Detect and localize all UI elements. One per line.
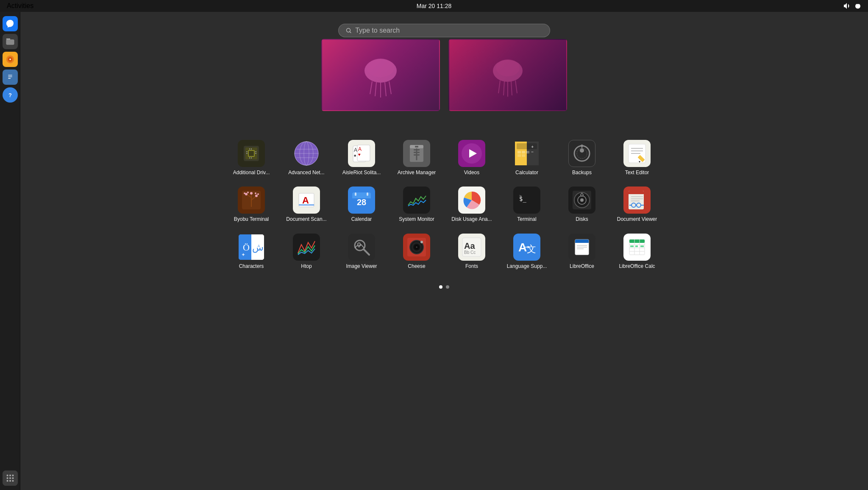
svg-point-107: [247, 192, 249, 193]
pagination-dot-1[interactable]: [439, 285, 442, 289]
svg-rect-0: [6, 39, 10, 40]
svg-point-93: [581, 145, 583, 147]
app-calculator[interactable]: + − Calculator: [504, 136, 550, 179]
svg-rect-86: [522, 151, 525, 153]
svg-rect-114: [299, 204, 314, 206]
app-libreoffice[interactable]: LibreOffice: [559, 230, 605, 273]
app-calendar[interactable]: 28 Calendar: [338, 183, 385, 226]
svg-rect-88: [517, 154, 521, 157]
svg-point-36: [496, 59, 520, 76]
window-previews: [321, 39, 567, 111]
searchbar[interactable]: [338, 24, 550, 37]
app-label-characters: Characters: [239, 263, 264, 269]
svg-rect-22: [12, 477, 14, 479]
svg-text:文: 文: [527, 244, 536, 254]
svg-point-29: [367, 58, 394, 77]
app-disks[interactable]: Disks: [559, 183, 605, 226]
svg-line-34: [389, 81, 391, 94]
svg-rect-119: [355, 192, 356, 196]
svg-rect-24: [9, 480, 11, 482]
svg-rect-89: [522, 154, 525, 157]
app-aisleriot[interactable]: A ♠ A ♥ AisleRiot Solita...: [338, 136, 385, 179]
svg-text:♥: ♥: [358, 152, 361, 157]
app-image-viewer[interactable]: Image Viewer: [338, 230, 385, 273]
app-label-advanced-net: Advanced Net...: [288, 170, 324, 175]
window-preview-1[interactable]: [321, 39, 440, 111]
app-doc-viewer[interactable]: Document Viewer: [614, 183, 660, 226]
search-input[interactable]: [355, 27, 543, 34]
svg-rect-75: [417, 152, 420, 153]
svg-rect-82: [517, 143, 537, 149]
app-byobu[interactable]: Byobu Terminal: [228, 183, 275, 226]
app-disk-usage[interactable]: Disk Usage Ana...: [448, 183, 495, 226]
app-videos[interactable]: Videos: [448, 136, 495, 179]
app-doc-scanner[interactable]: A Document Scan...: [283, 183, 330, 226]
svg-rect-49: [255, 153, 256, 154]
svg-rect-46: [246, 151, 248, 152]
app-label-byobu: Byobu Terminal: [234, 216, 269, 222]
svg-rect-184: [635, 245, 638, 247]
svg-rect-76: [414, 154, 416, 156]
app-label-disk-usage: Disk Usage Ana...: [451, 216, 492, 222]
svg-text:Bb Cc: Bb Cc: [464, 250, 476, 255]
app-label-calculator: Calculator: [515, 170, 538, 175]
app-label-doc-scanner: Document Scan...: [286, 216, 326, 222]
svg-line-33: [385, 82, 386, 96]
svg-rect-45: [249, 151, 254, 156]
app-characters[interactable]: Ö ش ✦ Characters: [228, 230, 275, 273]
svg-text:−: −: [531, 150, 534, 154]
svg-text:A: A: [358, 146, 362, 152]
svg-line-41: [515, 81, 517, 93]
dock-rhythmbox[interactable]: [3, 52, 18, 67]
app-lang-support[interactable]: A 文 Language Supp...: [504, 230, 550, 273]
pagination-dot-2[interactable]: [446, 285, 449, 289]
app-libreoffice-calc[interactable]: LibreOffice Calc: [614, 230, 660, 273]
svg-line-27: [350, 32, 351, 33]
app-additional-drivers[interactable]: Additional Driv...: [228, 136, 275, 179]
svg-text:✦: ✦: [241, 252, 245, 258]
dock: ?: [0, 12, 20, 490]
power-icon[interactable]: [854, 3, 861, 9]
app-terminal[interactable]: $_ > Terminal: [504, 183, 550, 226]
svg-rect-70: [415, 146, 418, 148]
svg-rect-19: [12, 475, 14, 476]
activities-button[interactable]: Activities: [7, 2, 33, 10]
dock-writer[interactable]: [3, 70, 18, 85]
app-backups[interactable]: Backups: [559, 136, 605, 179]
svg-point-158: [420, 241, 423, 243]
app-htop[interactable]: Htop: [283, 230, 330, 273]
speaker-icon[interactable]: [843, 3, 850, 9]
svg-text:A: A: [354, 147, 357, 153]
pagination-dots: [439, 285, 449, 289]
svg-line-30: [370, 81, 372, 94]
svg-rect-185: [640, 245, 644, 247]
svg-rect-134: [629, 193, 644, 194]
app-archive-manager[interactable]: Archive Manager: [393, 136, 440, 179]
app-text-editor[interactable]: Text Editor: [614, 136, 660, 179]
window-preview-2[interactable]: [448, 39, 567, 111]
dock-messenger[interactable]: [3, 16, 18, 31]
svg-text:?: ?: [8, 92, 12, 98]
svg-rect-48: [255, 151, 256, 152]
svg-line-38: [504, 81, 504, 95]
app-label-backups: Backups: [572, 170, 592, 175]
dock-files[interactable]: [3, 34, 18, 49]
app-grid: Additional Driv... Advanced Net...: [220, 136, 669, 273]
app-advanced-net[interactable]: Advanced Net...: [283, 136, 330, 179]
app-label-image-viewer: Image Viewer: [346, 263, 377, 269]
svg-rect-85: [517, 151, 521, 153]
svg-text:A: A: [302, 195, 309, 206]
svg-point-26: [347, 28, 351, 32]
svg-point-106: [244, 192, 245, 194]
app-fonts[interactable]: Aa Bb Cc Fonts: [448, 230, 495, 273]
dock-show-apps[interactable]: [3, 471, 18, 486]
dock-help[interactable]: ?: [3, 87, 18, 103]
svg-rect-171: [575, 242, 589, 243]
app-system-monitor[interactable]: System Monitor: [393, 183, 440, 226]
svg-text:>: >: [519, 194, 522, 198]
svg-rect-21: [9, 477, 11, 479]
app-cheese[interactable]: Cheese: [393, 230, 440, 273]
svg-rect-25: [12, 480, 14, 482]
app-label-libreoffice: LibreOffice: [570, 263, 594, 269]
svg-rect-51: [251, 148, 252, 150]
